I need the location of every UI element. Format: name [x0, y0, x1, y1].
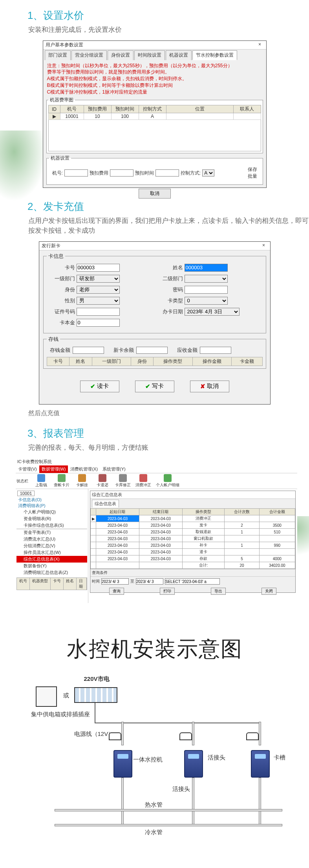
dept2-select[interactable] [185, 275, 228, 283]
tb-unlock[interactable]: 卡解挂 [72, 474, 92, 488]
win-water-price: 用户基本参数设置 × 部门设置 营业分组设置 身份设置 时间段设置 机器设置 节… [43, 40, 267, 188]
win2-title: 发行新卡 [42, 243, 60, 249]
win1-title: 用户基本参数设置 [46, 42, 83, 48]
idno-input[interactable] [77, 308, 120, 316]
export-button[interactable]: 导出 [211, 588, 226, 595]
tree-item[interactable]: 资金平衡表(T) [16, 529, 87, 536]
close-icon[interactable]: × [254, 41, 265, 48]
machine-no-input[interactable] [64, 169, 88, 177]
tree-item[interactable]: 资金明细表(R) [16, 515, 87, 522]
tb-return[interactable]: 卡退还 [93, 474, 112, 488]
menu-system[interactable]: 系统管理(Y) [100, 465, 128, 473]
tb-check[interactable]: 查帐卡片 [52, 474, 71, 488]
table-row[interactable]: ▶ 10001 10 100 A [48, 113, 261, 120]
cancel-button[interactable]: 取消 [139, 189, 171, 199]
save-label: 保存 [248, 166, 257, 173]
depamt-input[interactable] [73, 347, 104, 354]
cardno-input[interactable] [77, 264, 120, 272]
principal-input[interactable] [77, 319, 120, 327]
inner-title: 综合汇总信息表 [90, 491, 295, 499]
tree-item[interactable]: 个人帐户明细(Q) [16, 509, 87, 515]
diagram-title: 水控机安装示意图 [0, 635, 309, 664]
tb-withdraw[interactable]: 上取钱 [31, 474, 51, 488]
write-card-button[interactable]: ✔写卡 [135, 381, 174, 392]
close-icon[interactable]: × [258, 242, 269, 249]
tree-p[interactable]: 消费明细表(P) [16, 503, 87, 509]
tb-revert[interactable]: 消费冲正 [133, 474, 153, 488]
fs-cardinfo: 卡信息 卡号 姓名 一级部门研发部 二级部门 身份老师 密码 性别男 卡类型0 … [43, 253, 266, 333]
tab-machine[interactable]: 机器设置 [166, 50, 192, 60]
sec1-title: 1、设置水价 [27, 9, 309, 22]
newbal-input[interactable] [136, 347, 168, 354]
recv-input[interactable] [200, 347, 231, 354]
batch-label: 批量 [248, 173, 257, 180]
win-reports: IC卡收费控制系统 卡管理(V) 数据管理(W) 消费机管理(X) 系统管理(Y… [16, 458, 297, 600]
date-select[interactable]: 2023年 4月 3日 [185, 308, 240, 316]
fs-deposit: 存钱 存钱金额 新卡余额 应收金额 卡号姓名一级部门 身份操作类型操作金额卡金额 [43, 336, 266, 369]
tree-item[interactable]: 卡操作综合信息表(S) [16, 522, 87, 529]
read-card-button[interactable]: ✔读卡 [80, 381, 119, 392]
print-button[interactable]: 打印 [160, 588, 175, 595]
win-issue-card: 发行新卡 × 卡信息 卡号 姓名 一级部门研发部 二级部门 身份老师 密码 性别… [39, 241, 271, 405]
inner-report-window: 综合汇总信息表 综合信息表 起始日期结束日期操作类型合计次数合计金额▶2023-… [90, 491, 296, 593]
tab-period[interactable]: 时间段设置 [134, 50, 165, 60]
ctype-select[interactable]: 0 [185, 297, 228, 305]
sec3-title: 3、报表管理 [27, 427, 309, 440]
tree-box: 10001 [17, 491, 35, 496]
water-controller-icon [184, 750, 203, 778]
pwd-input[interactable] [185, 286, 228, 294]
date-from[interactable] [101, 578, 129, 585]
tab-role[interactable]: 身份设置 [108, 50, 133, 60]
sec3-sub: 完善的报表，每天、每月明细，方便结账 [28, 443, 309, 453]
install-diagram: 220V市电 或 集中供电箱或排插插座 电源线（12V） 一体水控机 活接头 卡… [15, 675, 294, 860]
notice: 注意：预扣时间（以秒为单位，最大为255秒），预扣费用（以分为单位，最大为255… [47, 63, 262, 96]
menu-machine[interactable]: 消费机管理(X) [68, 465, 100, 473]
toolbar3: 状态栏 上取钱 查帐卡片 卡解挂 卡退还 卡库修正 消费冲正 个人帐户明细 [16, 473, 297, 489]
tab-watersave[interactable]: 节水控制参数设置 [192, 50, 237, 60]
sec1-sub: 安装和注册完成后，先设置水价 [28, 25, 309, 35]
inner-tab[interactable]: 综合信息表 [92, 500, 119, 508]
sec2-title: 2、发卡充值 [27, 200, 309, 213]
water-controller-icon [251, 750, 270, 778]
sec2-after: 然后点充值 [28, 408, 309, 418]
tree-o[interactable]: 卡信息表(O) [16, 497, 87, 503]
tb-fix[interactable]: 卡库修正 [113, 474, 133, 488]
menu-card[interactable]: 卡管理(V) [16, 465, 39, 473]
dept1-select[interactable]: 研发部 [77, 275, 120, 283]
sql-field[interactable] [165, 578, 220, 585]
fs-rate: 机器费率图 ID 机号 预扣费用 预扣时间 控制方式 位置 联系人 ▶ 1000… [46, 97, 263, 153]
tree-item[interactable]: 操作员流水汇总(W) [16, 549, 87, 556]
tab-dept[interactable]: 部门设置 [45, 50, 71, 60]
tree-item[interactable]: 分组消费汇总(V) [16, 542, 87, 549]
tree-item-selected[interactable]: 综合汇总信息表(X) [16, 556, 87, 563]
menu-data[interactable]: 数据管理(W) [39, 465, 68, 473]
name-input[interactable] [185, 264, 228, 272]
close-button[interactable]: 关闭 [261, 588, 276, 595]
pretime-input[interactable] [155, 169, 179, 177]
tree-item[interactable]: 消费流水汇总(U) [16, 536, 87, 542]
tree-item[interactable]: 数据备份(Y) [16, 563, 87, 569]
tree-item[interactable]: 消费明细汇总信息表(Z) [16, 569, 87, 576]
query-button[interactable]: 查询 [109, 588, 124, 595]
date-to[interactable] [136, 578, 163, 585]
prefee-input[interactable] [110, 169, 133, 177]
tabs1: 部门设置 营业分组设置 身份设置 时间段设置 机器设置 节水控制参数设置 [45, 50, 265, 60]
sec2-sub: 点用户发卡按钮后出现下面的界面，我们把用户卡放上来，点读卡后，输入卡的相关信息，… [28, 216, 309, 236]
sex-select[interactable]: 男 [77, 297, 120, 305]
q-label: 查询条件 [90, 569, 295, 576]
water-controller-icon [113, 750, 132, 778]
tb-detail[interactable]: 个人帐户明细 [154, 474, 181, 488]
tree-panel: 10001 卡信息表(O) 消费明细表(P) 个人帐户明细(Q) 资金明细表(R… [16, 489, 88, 603]
cancel-button[interactable]: ✘取消 [190, 381, 229, 392]
app-title: IC卡收费控制系统 [16, 458, 297, 465]
tab-group[interactable]: 营业分组设置 [71, 50, 107, 60]
role-select[interactable]: 老师 [77, 286, 120, 294]
mode-select[interactable]: A [202, 169, 214, 177]
